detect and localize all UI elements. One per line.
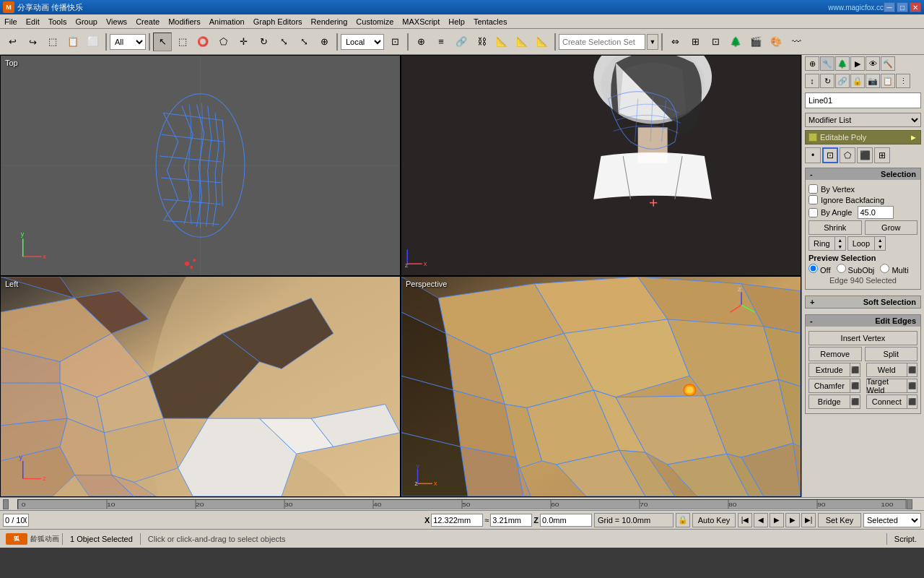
by-angle-input[interactable] (858, 206, 894, 219)
play-button[interactable]: ▶ (770, 513, 784, 527)
render-button[interactable]: 🎬 (746, 33, 765, 51)
select-rect-button[interactable]: ⬚ (173, 33, 192, 51)
select-fence-button[interactable]: ⬠ (214, 33, 232, 51)
subobj-border[interactable]: ⬠ (840, 147, 855, 163)
rpanel-icon-camera[interactable]: 📷 (866, 74, 880, 88)
rpanel-tab-create[interactable]: ⊕ (805, 56, 819, 71)
select-by-name-button[interactable]: 📋 (64, 33, 82, 51)
y-coord-input[interactable] (490, 514, 532, 527)
undo-button[interactable]: ↩ (3, 33, 22, 51)
viewport-front[interactable]: z x (401, 55, 801, 276)
object-name-field[interactable] (805, 92, 921, 108)
object-name-input[interactable] (808, 96, 918, 105)
split-button[interactable]: Split (865, 347, 918, 361)
frame-input[interactable] (3, 514, 29, 527)
x-coord-input[interactable] (431, 514, 483, 527)
target-weld-button[interactable]: Target Weld (866, 379, 908, 393)
menu-file[interactable]: File (0, 16, 22, 27)
extrude-button[interactable]: Extrude (808, 363, 850, 377)
next-frame-button[interactable]: ▶ (785, 513, 800, 527)
menu-create[interactable]: Create (131, 16, 164, 27)
rpanel-icon-add[interactable]: 📋 (881, 74, 895, 88)
by-vertex-checkbox[interactable] (808, 184, 818, 194)
loop-up-arrow[interactable]: ▲ (875, 237, 885, 243)
rpanel-icon-lock[interactable]: 🔒 (850, 74, 865, 88)
mirror-button[interactable]: ⇔ (666, 33, 684, 51)
target-weld-settings-arrow[interactable]: ⬛ (907, 379, 918, 393)
viewport-top[interactable]: Top (0, 55, 401, 276)
create-selection-set-dropdown[interactable]: ▼ (647, 34, 658, 50)
rpanel-tab-modify[interactable]: 🔧 (820, 56, 834, 71)
timeline-scroll-right[interactable] (907, 499, 912, 509)
remove-button[interactable]: Remove (808, 347, 862, 361)
shrink-button[interactable]: Shrink (808, 220, 862, 235)
menu-edit[interactable]: Edit (22, 16, 44, 27)
rpanel-icon-rotate[interactable]: ↻ (820, 74, 834, 88)
material-button[interactable]: 🎨 (767, 33, 785, 51)
radio-off[interactable] (808, 264, 818, 273)
grow-button[interactable]: Grow (865, 220, 918, 235)
chamfer-settings-arrow[interactable]: ⬛ (850, 379, 860, 393)
rpanel-tab-utilities[interactable]: 🔨 (881, 56, 895, 71)
by-angle-checkbox[interactable] (808, 208, 818, 217)
menu-animation[interactable]: Animation (205, 16, 249, 27)
weld-button[interactable]: Weld (866, 363, 908, 377)
maximize-button[interactable]: □ (897, 2, 908, 12)
menu-graph-editors[interactable]: Graph Editors (249, 16, 307, 27)
ignore-backfacing-checkbox[interactable] (808, 195, 818, 204)
connect-button[interactable]: Connect (866, 394, 908, 409)
rpanel-icon-more[interactable]: ⋮ (896, 74, 910, 88)
close-button[interactable]: ✕ (910, 2, 921, 12)
menu-views[interactable]: Views (102, 16, 131, 27)
subobj-vertex[interactable]: • (805, 147, 821, 163)
prev-frame-button[interactable]: ◀ (754, 513, 768, 527)
menu-customize[interactable]: Customize (352, 16, 398, 27)
select-region-button[interactable]: ⬜ (84, 33, 103, 51)
viewport-left[interactable]: Left (0, 276, 401, 497)
coord-center-button[interactable]: ⊡ (385, 33, 404, 51)
chamfer-button[interactable]: Chamfer (808, 379, 850, 393)
unlink-button[interactable]: ⛓ (472, 33, 491, 51)
rpanel-tab-display[interactable]: 👁 (866, 56, 880, 71)
ring-up-arrow[interactable]: ▲ (835, 237, 845, 243)
loop-down-arrow[interactable]: ▼ (875, 243, 885, 250)
modifier-editable-poly[interactable]: Editable Poly ► (805, 130, 921, 144)
rpanel-icon-move[interactable]: ↕ (805, 74, 819, 88)
scale3-button[interactable]: ⊕ (315, 33, 334, 51)
create-selection-set-input[interactable] (559, 34, 645, 50)
loop-label[interactable]: Loop (848, 237, 874, 250)
soft-selection-header[interactable]: + Soft Selection (806, 296, 920, 308)
pivot-button[interactable]: ⊕ (411, 33, 430, 51)
layer-button[interactable]: ≡ (432, 33, 450, 51)
ring-label[interactable]: Ring (809, 237, 834, 250)
bridge-button[interactable]: Bridge (808, 394, 850, 409)
z-coord-input[interactable] (540, 514, 592, 527)
titlebar-controls[interactable]: ─ □ ✕ (884, 2, 921, 12)
timeline-track[interactable]: 0 10 20 30 40 50 60 70 80 90 100 (17, 499, 907, 509)
snap2-button[interactable]: 📐 (513, 33, 531, 51)
menu-rendering[interactable]: Rendering (307, 16, 352, 27)
menu-group[interactable]: Group (71, 16, 102, 27)
auto-key-button[interactable]: Auto Key (692, 513, 736, 527)
redo-button[interactable]: ↩ (23, 33, 42, 51)
weld-settings-arrow[interactable]: ⬛ (907, 363, 918, 377)
radio-off-label[interactable]: Off (808, 264, 831, 275)
selection-section-header[interactable]: - Selection (806, 168, 920, 180)
scale-button[interactable]: ⤡ (274, 33, 293, 51)
rpanel-icon-link[interactable]: 🔗 (835, 74, 850, 88)
radio-subobj-label[interactable]: SubObj (837, 264, 875, 275)
clone-button[interactable]: ⊡ (706, 33, 725, 51)
subobj-edge[interactable]: ⊡ (822, 147, 838, 163)
radio-multi-label[interactable]: Multi (880, 264, 908, 275)
radio-multi[interactable] (880, 264, 889, 273)
select-button[interactable]: ↖ (153, 33, 172, 51)
menu-modifiers[interactable]: Modifiers (164, 16, 205, 27)
align-button[interactable]: ⊞ (686, 33, 705, 51)
select-circle-button[interactable]: ⭕ (193, 33, 212, 51)
select-object-button[interactable]: ⬚ (43, 33, 62, 51)
coord-system-select[interactable]: Local World Screen View Parent Gimbal (341, 34, 384, 50)
insert-vertex-button[interactable]: Insert Vertex (808, 331, 918, 345)
go-start-button[interactable]: |◀ (738, 513, 752, 527)
menu-tentacles[interactable]: Tentacles (469, 16, 511, 27)
subobj-element[interactable]: ⊞ (874, 147, 890, 163)
